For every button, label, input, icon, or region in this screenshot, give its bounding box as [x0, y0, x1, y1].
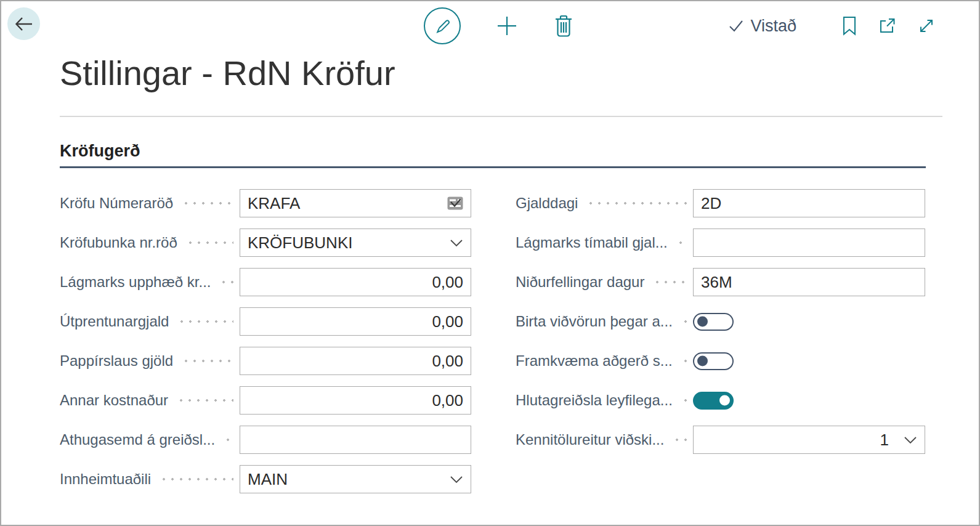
pappirslaus-gjold-field[interactable] [240, 347, 471, 375]
chevron-down-icon [450, 475, 463, 484]
krofubunka-nrrod-combobox[interactable]: KRÖFUBUNKI [240, 229, 471, 257]
field-label: Framkvæma aðgerð s... [516, 352, 673, 370]
innheimtuadili-combobox[interactable]: MAIN [240, 465, 471, 493]
toggle-slot [693, 392, 925, 410]
dotted-leader [586, 202, 687, 204]
edit-button[interactable] [424, 7, 461, 44]
lagmarks-upphaed-field[interactable] [240, 268, 471, 296]
form-column-left: Kröfu Númeraröð [60, 184, 471, 499]
open-in-new-window-button[interactable] [878, 17, 896, 35]
form-column-right: Gjalddagi Lágmarks tímabil gjal... Niður… [516, 184, 925, 499]
field-row-hlutagreidsla: Hlutagreiðsla leyfilega... [516, 381, 925, 420]
field-row-athugasemd: Athugasemd á greiðsl... [60, 420, 471, 459]
dotted-leader [219, 281, 233, 283]
dotted-leader [160, 478, 233, 480]
pappirslaus-gjold-input[interactable] [248, 352, 463, 371]
field-row-lagmarks-upphaed: Lágmarks upphæð kr... [60, 262, 471, 302]
annar-kostnadur-input[interactable] [248, 391, 463, 410]
settings-form: Kröfu Númeraröð [60, 184, 925, 499]
field-label: Innheimtuaðili [60, 471, 151, 488]
chevron-down-icon [450, 239, 463, 247]
field-label: Kröfu Númeraröð [60, 195, 173, 212]
athugasemd-field[interactable] [240, 426, 471, 454]
chevron-down-icon [904, 436, 917, 444]
toggle-knob [697, 317, 708, 327]
window-toolbar: Vistað [728, 1, 936, 51]
field-label: Útprentunargjald [60, 313, 169, 330]
krofu-numerarod-field[interactable] [240, 189, 471, 217]
field-row-kennitolureitur: Kennitölureitur viðski... 1 [516, 420, 925, 459]
dotted-leader [673, 439, 687, 441]
saved-indicator: Vistað [728, 17, 796, 36]
dotted-leader [186, 241, 233, 244]
toggle-slot [693, 313, 925, 331]
nidurfellingar-dagur-field[interactable] [693, 268, 925, 296]
title-divider [60, 116, 942, 117]
field-label: Athugasemd á greiðsl... [60, 431, 215, 448]
bookmark-button[interactable] [842, 16, 857, 36]
expand-button[interactable] [917, 17, 936, 35]
utprentunargjald-field[interactable] [240, 307, 471, 336]
section-krofugerd: Kröfugerð [60, 140, 926, 168]
field-row-utprentunargjald: Útprentunargjald [60, 302, 471, 341]
krofu-numerarod-input[interactable] [248, 194, 442, 213]
page-title: Stillingar - RdN Kröfur [60, 53, 395, 93]
field-label: Gjalddagi [516, 195, 578, 212]
field-row-annar-kostnadur: Annar kostnaður [60, 381, 471, 420]
field-label: Birta viðvörun þegar a... [516, 313, 673, 330]
lagmarks-timabil-input[interactable] [701, 233, 917, 253]
toggle-knob [719, 395, 730, 406]
lagmarks-timabil-field[interactable] [693, 229, 925, 257]
birta-vidvorun-toggle[interactable] [693, 313, 734, 331]
field-label: Lágmarks upphæð kr... [60, 273, 211, 291]
dotted-leader [681, 320, 687, 323]
toggle-knob [697, 356, 708, 366]
saved-label: Vistað [750, 17, 796, 36]
dotted-leader [182, 360, 233, 362]
expand-icon [917, 17, 936, 35]
section-title[interactable]: Kröfugerð [60, 140, 926, 161]
utprentunargjald-input[interactable] [248, 312, 463, 331]
field-row-lagmarks-timabil: Lágmarks tímabil gjal... [516, 223, 925, 262]
bookmark-icon [842, 16, 857, 36]
trash-icon [553, 14, 574, 38]
new-button[interactable] [495, 14, 519, 38]
delete-button[interactable] [553, 14, 574, 38]
field-label: Niðurfellingar dagur [516, 273, 644, 291]
open-in-new-window-icon [878, 17, 896, 35]
dotted-leader [224, 439, 233, 441]
athugasemd-input[interactable] [248, 431, 463, 450]
plus-icon [495, 14, 519, 38]
hlutagreidsla-toggle[interactable] [693, 392, 734, 410]
back-button[interactable] [7, 7, 40, 40]
field-label: Annar kostnaður [60, 392, 168, 409]
field-row-nidurfellingar-dagur: Niðurfellingar dagur [516, 262, 925, 302]
gjalddagi-field[interactable] [693, 189, 925, 217]
dotted-leader [182, 202, 233, 204]
check-icon [728, 18, 744, 34]
back-arrow-icon [14, 15, 34, 33]
field-row-pappirslaus-gjold: Pappírslaus gjöld [60, 341, 471, 381]
field-row-gjalddagi: Gjalddagi [516, 184, 925, 223]
number-series-lookup-icon[interactable] [447, 196, 463, 210]
kennitolureitur-select[interactable]: 1 [693, 426, 925, 454]
dotted-leader [681, 399, 687, 402]
settings-page: Vistað [0, 0, 980, 526]
framkvaema-adgerd-toggle[interactable] [693, 352, 734, 370]
select-value: 1 [880, 431, 889, 450]
gjalddagi-input[interactable] [701, 194, 917, 213]
field-label: Hlutagreiðsla leyfilega... [516, 392, 673, 409]
action-toolbar [424, 7, 574, 44]
field-row-krofubunka-nrrod: Kröfubunka nr.röð KRÖFUBUNKI [60, 223, 471, 262]
dotted-leader [676, 241, 687, 244]
toggle-slot [693, 352, 925, 370]
nidurfellingar-dagur-input[interactable] [701, 273, 917, 292]
dotted-leader [681, 360, 687, 362]
lagmarks-upphaed-input[interactable] [248, 273, 463, 292]
field-label: Pappírslaus gjöld [60, 352, 173, 370]
field-label: Kennitölureitur viðski... [516, 431, 664, 448]
combo-value: KRÖFUBUNKI [248, 233, 445, 253]
field-label: Kröfubunka nr.röð [60, 234, 177, 251]
field-row-birta-vidvorun: Birta viðvörun þegar a... [516, 302, 925, 341]
annar-kostnadur-field[interactable] [240, 386, 471, 415]
